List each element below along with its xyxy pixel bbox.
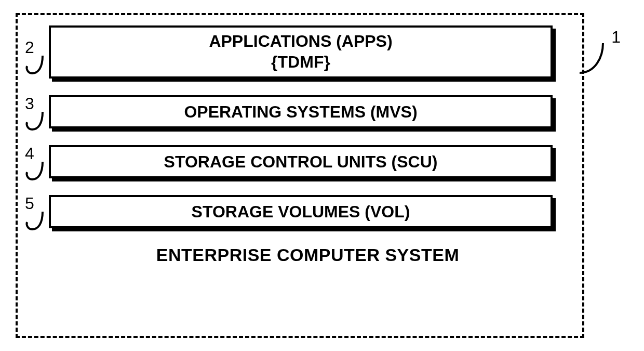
reference-number: 4 xyxy=(22,145,48,162)
layer-storage-volumes: 5 STORAGE VOLUMES (VOL) xyxy=(49,195,567,228)
reference-hook-icon xyxy=(22,161,45,183)
reference-hook-icon xyxy=(22,111,45,133)
layer-label-line2: {TDMF} xyxy=(56,51,545,72)
outer-reference-leader: 1 xyxy=(580,39,624,83)
layer-label-line1: STORAGE CONTROL UNITS (SCU) xyxy=(164,152,438,171)
diagram-title: ENTERPRISE COMPUTER SYSTEM xyxy=(49,245,567,265)
layer-operating-systems: 3 OPERATING SYSTEMS (MVS) xyxy=(49,95,567,128)
layer-box: STORAGE VOLUMES (VOL) xyxy=(49,195,553,228)
layer-box: APPLICATIONS (APPS) {TDMF} xyxy=(49,25,553,79)
layer-box: STORAGE CONTROL UNITS (SCU) xyxy=(49,145,553,178)
reference-2: 2 xyxy=(22,39,48,76)
reference-number: 2 xyxy=(22,39,48,56)
reference-hook-icon xyxy=(22,55,45,76)
layer-applications: 2 APPLICATIONS (APPS) {TDMF} xyxy=(49,25,567,79)
reference-5: 5 xyxy=(22,195,48,232)
reference-hook-icon xyxy=(22,211,45,232)
enterprise-system-container: 1 2 APPLICATIONS (APPS) {TDMF} 3 OPERATI… xyxy=(16,13,584,338)
layer-label-line1: APPLICATIONS (APPS) xyxy=(56,31,545,51)
leader-curve-icon xyxy=(580,39,624,81)
layer-storage-control-units: 4 STORAGE CONTROL UNITS (SCU) xyxy=(49,145,567,178)
reference-number: 3 xyxy=(22,95,48,112)
outer-reference-number: 1 xyxy=(611,28,621,47)
layer-box: OPERATING SYSTEMS (MVS) xyxy=(49,95,553,128)
reference-4: 4 xyxy=(22,145,48,183)
layer-label-line1: STORAGE VOLUMES (VOL) xyxy=(192,202,410,221)
layer-label-line1: OPERATING SYSTEMS (MVS) xyxy=(184,102,417,121)
reference-3: 3 xyxy=(22,95,48,133)
reference-number: 5 xyxy=(22,195,48,212)
